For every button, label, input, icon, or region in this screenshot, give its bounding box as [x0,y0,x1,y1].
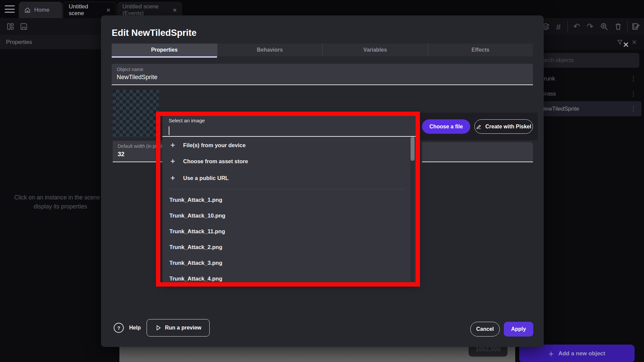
run-preview-button[interactable]: Run a preview [147,319,210,337]
text-cursor [169,126,169,135]
edit-object-dialog: Edit NewTiledSprite × Properties Behavio… [101,15,544,347]
panels-layout-icon[interactable] [5,21,15,32]
help-button[interactable]: ? Help [114,319,141,337]
file-option[interactable]: Trunk_Attack_2.png [162,239,411,255]
plus-icon: + [170,157,183,166]
kebab-menu-icon[interactable]: ⋮ [630,75,637,82]
menu-divider [168,189,405,189]
grid-icon[interactable]: # [553,22,564,32]
field-label: Object name [117,67,533,72]
close-panel-icon[interactable]: × [632,38,637,46]
tab-home[interactable]: Home [19,2,62,18]
field-value: NewTiledSprite [117,74,533,81]
dialog-tab-bar: Properties Behaviors Variables Effects [112,44,533,56]
sprite-transparent-thumbnail[interactable] [113,90,159,137]
home-icon [24,7,31,13]
file-option[interactable]: Trunk_Attack_1.png [162,192,411,208]
zoom-in-icon[interactable] [599,21,609,32]
play-icon [155,324,162,331]
select-image-dropdown: Select an image + File(s) from your devi… [162,115,416,283]
tab-properties[interactable]: Properties [112,44,217,56]
panel-title: Properties [6,39,32,46]
tab-label: Home [34,7,49,13]
tab-effects[interactable]: Effects [428,44,533,56]
hamburger-menu-icon[interactable] [5,5,15,13]
menu-item-asset-store[interactable]: + Choose from asset store [162,153,411,169]
save-icon[interactable] [19,21,29,32]
pencil-icon [476,124,482,130]
redo-icon[interactable]: ↷ [585,21,595,32]
toolbar-divider [568,21,568,32]
default-height-field[interactable] [422,142,533,162]
apply-button[interactable]: Apply [504,322,533,337]
select-image-label: Select an image [169,118,205,123]
dropdown-scrollbar-thumb[interactable] [411,137,415,161]
search-objects-input[interactable] [529,53,639,68]
menu-item-public-url[interactable]: + Use a public URL [162,170,411,186]
tab-variables[interactable]: Variables [322,44,428,56]
plus-icon: + [170,173,183,183]
close-tab-icon[interactable]: × [106,7,110,13]
add-new-object-button[interactable]: + Add a new object [519,345,635,362]
choose-a-file-button[interactable]: Choose a file [422,119,470,134]
close-dialog-icon[interactable]: × [620,39,632,50]
menu-item-files-from-device[interactable]: + File(s) from your device [162,137,411,153]
tab-behaviors[interactable]: Behaviors [217,44,322,56]
trash-icon[interactable] [613,21,623,32]
dialog-title: Edit NewTiledSprite [112,28,197,38]
tab-label: Untitled scene [69,3,100,17]
toolbar-divider [627,21,628,32]
kebab-menu-icon[interactable]: ⋮ [630,90,637,98]
file-option[interactable]: Trunk_Attack_11.png [162,224,411,239]
cancel-button[interactable]: Cancel [470,322,500,337]
file-option[interactable]: Trunk_Attack_4.png [162,271,411,283]
active-tab-indicator [112,56,217,58]
kebab-menu-icon[interactable]: ⋮ [630,105,637,113]
file-option[interactable]: Trunk_Attack_3.png [162,255,411,271]
plus-icon: + [170,140,183,150]
undo-icon[interactable]: ↶ [572,21,582,32]
close-tab-icon[interactable]: × [173,7,177,13]
question-mark-icon: ? [114,323,124,333]
events-sheet-edit-icon[interactable] [631,21,641,32]
plus-icon: + [549,349,554,359]
object-name-field[interactable]: Object name NewTiledSprite [112,64,533,85]
tab-label: Untitled scene (Events) [122,3,167,17]
input-underline [162,136,416,137]
file-option[interactable]: Trunk_Attack_10.png [162,208,411,224]
create-with-piskel-button[interactable]: Create with Piskel [474,119,533,134]
